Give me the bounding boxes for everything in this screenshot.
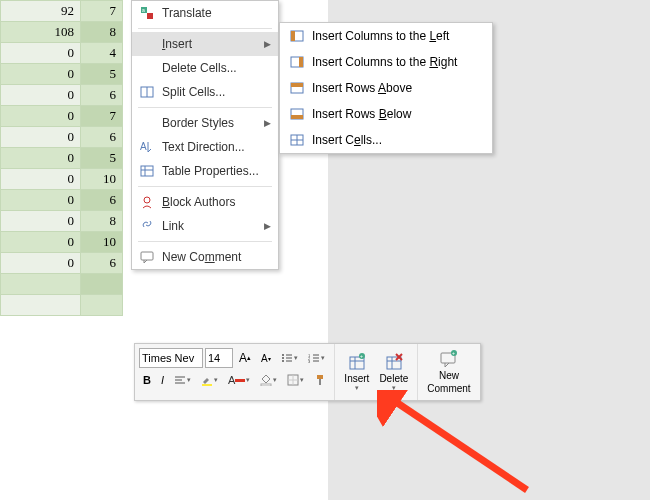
font-select[interactable] — [139, 348, 203, 368]
button-label: New — [439, 370, 459, 381]
table-row[interactable]: 06 — [1, 190, 123, 211]
svg-text:3: 3 — [308, 359, 311, 363]
block-authors-icon — [138, 194, 156, 210]
cell[interactable] — [1, 295, 81, 316]
cell[interactable]: 0 — [1, 106, 81, 127]
data-table[interactable]: 9271088040506070605010060801006 — [0, 0, 123, 316]
svg-text:+: + — [360, 353, 363, 359]
cell[interactable]: 92 — [1, 1, 81, 22]
cell[interactable]: 7 — [81, 1, 123, 22]
bold-button[interactable]: B — [139, 372, 155, 388]
cell[interactable]: 6 — [81, 190, 123, 211]
italic-button[interactable]: I — [157, 372, 168, 388]
submenu-cols-right[interactable]: Insert Columns to the Right — [280, 49, 492, 75]
toolbar-insert-button[interactable]: + Insert ▾ — [339, 347, 374, 397]
menu-delete-cells[interactable]: Delete Cells... — [132, 56, 278, 80]
cell[interactable]: 5 — [81, 64, 123, 85]
submenu-rows-above[interactable]: Insert Rows Above — [280, 75, 492, 101]
table-row[interactable]: 07 — [1, 106, 123, 127]
cell[interactable]: 6 — [81, 127, 123, 148]
submenu-insert-cells[interactable]: Insert Cells... — [280, 127, 492, 153]
insert-cols-left-icon — [288, 28, 306, 44]
cell[interactable]: 10 — [81, 169, 123, 190]
menu-label: Insert Cells... — [312, 133, 484, 147]
submenu-arrow-icon: ▶ — [262, 39, 272, 49]
menu-label: Insert — [162, 37, 262, 51]
cell[interactable]: 0 — [1, 64, 81, 85]
grow-font-button[interactable]: A▴ — [235, 349, 255, 367]
cell[interactable]: 8 — [81, 211, 123, 232]
insert-rows-above-icon — [288, 80, 306, 96]
cell[interactable]: 7 — [81, 106, 123, 127]
menu-text-direction[interactable]: A Text Direction... — [132, 135, 278, 159]
menu-border-styles[interactable]: Border Styles ▶ — [132, 111, 278, 135]
menu-label: Block Authors — [162, 195, 272, 209]
table-row[interactable]: 010 — [1, 169, 123, 190]
menu-link[interactable]: Link ▶ — [132, 214, 278, 238]
cell[interactable]: 0 — [1, 148, 81, 169]
menu-split-cells[interactable]: Split Cells... — [132, 80, 278, 104]
table-row[interactable]: 010 — [1, 232, 123, 253]
menu-label: Text Direction... — [162, 140, 272, 154]
svg-point-26 — [282, 360, 284, 362]
cell[interactable]: 10 — [81, 232, 123, 253]
table-row[interactable] — [1, 295, 123, 316]
cell[interactable] — [1, 274, 81, 295]
svg-point-24 — [282, 357, 284, 359]
cell[interactable]: 6 — [81, 85, 123, 106]
toolbar-new-comment-button[interactable]: + New Comment — [422, 347, 475, 397]
menu-label: Border Styles — [162, 116, 262, 130]
svg-rect-14 — [299, 57, 303, 67]
cell[interactable]: 0 — [1, 43, 81, 64]
menu-table-properties[interactable]: Table Properties... — [132, 159, 278, 183]
separator — [138, 241, 272, 242]
cell[interactable]: 0 — [1, 127, 81, 148]
align-button[interactable]: ▾ — [170, 373, 195, 387]
shading-button[interactable]: ▾ — [256, 372, 281, 388]
table-row[interactable]: 06 — [1, 253, 123, 274]
table-row[interactable]: 06 — [1, 85, 123, 106]
cell[interactable]: 108 — [1, 22, 81, 43]
table-row[interactable]: 1088 — [1, 22, 123, 43]
table-row[interactable]: 04 — [1, 43, 123, 64]
cell[interactable]: 0 — [1, 232, 81, 253]
dropdown-icon: ▾ — [355, 384, 359, 392]
bullets-button[interactable]: ▾ — [277, 351, 302, 365]
highlight-button[interactable]: ▾ — [197, 372, 222, 388]
font-color-button[interactable]: A▾ — [224, 372, 254, 388]
cell[interactable]: 0 — [1, 190, 81, 211]
table-row[interactable]: 05 — [1, 148, 123, 169]
menu-insert[interactable]: Insert ▶ — [132, 32, 278, 56]
menu-block-authors[interactable]: Block Authors — [132, 190, 278, 214]
numbering-button[interactable]: 123▾ — [304, 351, 329, 365]
submenu-cols-left[interactable]: Insert Columns to the Left — [280, 23, 492, 49]
table-row[interactable] — [1, 274, 123, 295]
table-row[interactable]: 06 — [1, 127, 123, 148]
font-size-select[interactable] — [205, 348, 233, 368]
borders-button[interactable]: ▾ — [283, 372, 308, 388]
cell[interactable]: 8 — [81, 22, 123, 43]
cell[interactable]: 5 — [81, 148, 123, 169]
cell[interactable]: 0 — [1, 85, 81, 106]
cell[interactable]: 0 — [1, 211, 81, 232]
format-painter-button[interactable] — [310, 372, 330, 388]
link-icon — [138, 218, 156, 234]
menu-new-comment[interactable]: New Comment — [132, 245, 278, 269]
cell[interactable] — [81, 295, 123, 316]
shrink-font-button[interactable]: A▾ — [257, 351, 275, 366]
cell[interactable]: 4 — [81, 43, 123, 64]
menu-translate[interactable]: a Translate — [132, 1, 278, 25]
svg-text:a: a — [142, 7, 145, 13]
table-row[interactable]: 05 — [1, 64, 123, 85]
blank-icon — [138, 60, 156, 76]
cell[interactable]: 6 — [81, 253, 123, 274]
submenu-rows-below[interactable]: Insert Rows Below — [280, 101, 492, 127]
toolbar-delete-button[interactable]: Delete ▾ — [374, 347, 413, 397]
delete-icon — [385, 353, 403, 371]
cell[interactable]: 0 — [1, 169, 81, 190]
button-label: Comment — [427, 383, 470, 394]
cell[interactable] — [81, 274, 123, 295]
cell[interactable]: 0 — [1, 253, 81, 274]
table-row[interactable]: 08 — [1, 211, 123, 232]
table-row[interactable]: 927 — [1, 1, 123, 22]
